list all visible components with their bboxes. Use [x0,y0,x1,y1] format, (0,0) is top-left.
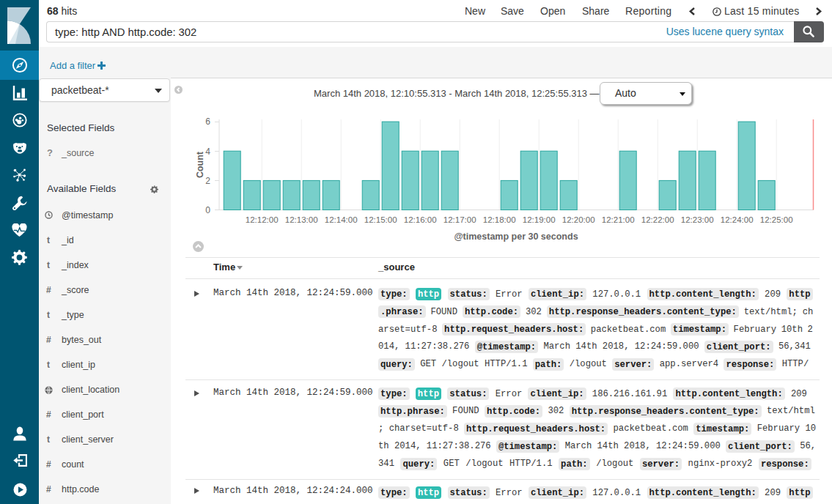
svg-text:12:20:00: 12:20:00 [562,215,595,224]
svg-text:12:18:00: 12:18:00 [483,215,516,224]
svg-text:12:14:00: 12:14:00 [325,215,358,224]
svg-text:12:16:00: 12:16:00 [404,215,437,224]
svg-text:12:24:00: 12:24:00 [721,215,754,224]
svg-text:12:17:00: 12:17:00 [443,215,476,224]
svg-text:12:22:00: 12:22:00 [641,215,674,224]
svg-text:4: 4 [205,147,210,157]
svg-text:Count: Count [195,151,205,178]
svg-text:12:21:00: 12:21:00 [602,215,635,224]
svg-text:12:25:00: 12:25:00 [760,215,793,224]
svg-text:0: 0 [205,205,210,215]
svg-text:12:13:00: 12:13:00 [285,215,318,224]
svg-text:@timestamp per 30 seconds: @timestamp per 30 seconds [454,231,578,242]
svg-text:12:19:00: 12:19:00 [523,215,556,224]
svg-text:12:15:00: 12:15:00 [364,215,397,224]
svg-text:12:12:00: 12:12:00 [246,215,279,224]
svg-text:12:23:00: 12:23:00 [681,215,714,224]
svg-text:2: 2 [205,176,210,186]
svg-text:6: 6 [205,116,210,127]
